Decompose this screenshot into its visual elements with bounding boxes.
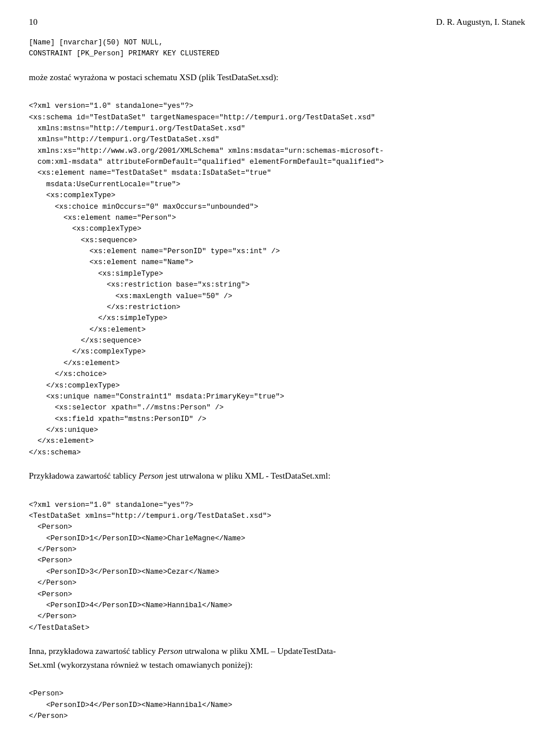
final-code-block: <Person> <PersonID>4</PersonID><Name>Han… [29, 678, 525, 723]
xsd-code-block: <?xml version="1.0" standalone="yes"?> <… [29, 90, 525, 458]
bottom-italic: Person [158, 646, 183, 656]
bottom-paragraph: Inna, przykładowa zawartość tablicy Pers… [29, 644, 525, 672]
middle-text: Przykładowa zawartość tablicy [29, 471, 137, 480]
intro-text: może zostać wyrażona w postaci schematu … [29, 70, 525, 84]
bottom-text2: utrwalona w pliku XML – UpdateTestData- [185, 646, 336, 656]
xml-data-block: <?xml version="1.0" standalone="yes"?> <… [29, 488, 525, 634]
page-title: D. R. Augustyn, I. Stanek [436, 17, 525, 27]
page-header: 10 D. R. Augustyn, I. Stanek [29, 17, 525, 27]
xml-data-content: <?xml version="1.0" standalone="yes"?> <… [29, 501, 271, 632]
page-number: 10 [29, 17, 38, 27]
middle-text2: jest utrwalona w pliku XML - TestDataSet… [166, 471, 331, 480]
intro-code-block: [Name] [nvarchar](50) NOT NULL, CONSTRAI… [29, 37, 525, 60]
final-code-content: <Person> <PersonID>4</PersonID><Name>Han… [29, 690, 233, 720]
middle-paragraph: Przykładowa zawartość tablicy Person jes… [29, 469, 525, 483]
xsd-code-content: <?xml version="1.0" standalone="yes"?> <… [29, 102, 384, 457]
bottom-text1: Inna, przykładowa zawartość tablicy [29, 646, 156, 656]
middle-italic: Person [138, 471, 163, 480]
bottom-text3: Set.xml (wykorzystana również w testach … [29, 660, 253, 670]
